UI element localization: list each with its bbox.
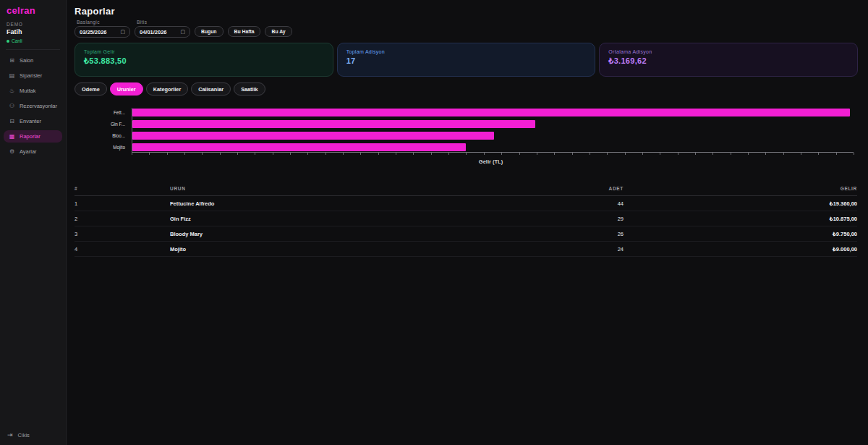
axis-tick xyxy=(167,153,168,155)
col-gelir: GELIR xyxy=(624,186,857,191)
cell-rank: 1 xyxy=(75,200,170,207)
products-table: # URUN ADET GELIR 1Fettucine Alfredo44₺1… xyxy=(75,182,857,257)
axis-tick xyxy=(378,153,379,155)
this-month-button[interactable]: Bu Ay xyxy=(265,26,292,37)
this-week-button[interactable]: Bu Hafta xyxy=(228,26,261,37)
axis-tick xyxy=(836,153,837,155)
logout-label: Cikis xyxy=(18,432,30,438)
axis-tick xyxy=(748,153,749,155)
axis-tick xyxy=(448,153,449,155)
sidebar-nav: ⊞Salon▤Siparisler♨Mutfak⚇Rezervasyonlar⊟… xyxy=(0,54,66,158)
cell-rank: 2 xyxy=(75,216,170,222)
sidebar-item-ayarlar[interactable]: ⚙Ayarlar xyxy=(4,145,62,158)
table-row: 4Mojito24₺9.000,00 xyxy=(75,242,857,257)
env-badge: DEMO xyxy=(7,22,59,27)
end-date-label: Bitis xyxy=(135,20,190,25)
axis-tick xyxy=(202,153,203,155)
sidebar-item-label: Raporlar xyxy=(20,133,41,140)
table-row: 3Bloody Mary26₺9.750,00 xyxy=(75,226,857,242)
sidebar-item-raporlar[interactable]: ▦Raporlar xyxy=(4,130,62,143)
axis-tick xyxy=(501,153,502,155)
start-date-group: Baslangic 03/25/2026 ▢ xyxy=(75,20,130,38)
tab-saatlik[interactable]: Saatlik xyxy=(234,82,265,96)
chart-bar-bloody-mary xyxy=(132,132,494,140)
axis-tick xyxy=(255,153,255,155)
axis-tick xyxy=(326,153,326,155)
sidebar-item-rezervasyonlar[interactable]: ⚇Rezervasyonlar xyxy=(4,100,62,112)
today-button[interactable]: Bugun xyxy=(195,26,224,37)
cell-adet: 26 xyxy=(580,231,624,237)
stat-card-green: Toplam Gelir₺53.883,50 xyxy=(75,43,333,77)
chart-icon: ▦ xyxy=(9,133,15,140)
cell-urun: Gin Fizz xyxy=(170,216,580,222)
axis-tick xyxy=(783,153,784,155)
inventory-box-icon: ⊟ xyxy=(9,118,15,124)
axis-tick xyxy=(290,153,291,155)
chart-x-axis-title: Gelir (TL) xyxy=(132,158,850,165)
axis-tick xyxy=(660,153,660,155)
col-adet: ADET xyxy=(580,186,624,191)
axis-tick xyxy=(273,153,273,155)
sidebar-item-label: Mutfak xyxy=(20,88,36,94)
end-date-input[interactable]: 04/01/2026 ▢ xyxy=(135,26,190,38)
cell-adet: 44 xyxy=(580,200,624,207)
sidebar-item-mutfak[interactable]: ♨Mutfak xyxy=(4,85,62,97)
axis-tick xyxy=(413,153,414,155)
start-date-input[interactable]: 03/25/2026 ▢ xyxy=(75,26,130,38)
stat-label: Ortalama Adisyon xyxy=(608,49,848,54)
tab-odeme[interactable]: Odeme xyxy=(75,82,107,96)
axis-tick xyxy=(818,153,819,155)
axis-tick xyxy=(360,153,361,155)
tab-kategoriler[interactable]: Kategoriler xyxy=(146,82,189,96)
axis-tick xyxy=(590,153,590,155)
logout-button[interactable]: ⇥ Cikis xyxy=(7,431,30,438)
grid-icon: ⊞ xyxy=(9,57,15,64)
axis-tick xyxy=(801,153,801,155)
table-header: # URUN ADET GELIR xyxy=(75,182,857,196)
axis-tick xyxy=(484,153,485,155)
sidebar-item-salon[interactable]: ⊞Salon xyxy=(4,54,62,67)
tab-calisanlar[interactable]: Calisanlar xyxy=(191,82,231,96)
cell-urun: Fettucine Alfredo xyxy=(170,200,580,207)
bar-chart xyxy=(132,108,850,152)
axis-tick xyxy=(554,153,555,155)
app-screen: celran DEMO Fatih Canli ⊞Salon▤Siparisle… xyxy=(0,0,868,445)
sidebar-item-envanter[interactable]: ⊟Envanter xyxy=(4,115,62,127)
live-dot-icon xyxy=(7,40,9,43)
calendar-icon[interactable]: ▢ xyxy=(120,29,125,35)
live-status-label: Canli xyxy=(12,38,22,43)
cell-gelir: ₺9.750,00 xyxy=(624,231,857,237)
table-body: 1Fettucine Alfredo44₺19.360,002Gin Fizz2… xyxy=(75,196,857,257)
axis-tick xyxy=(466,153,467,155)
sidebar-divider xyxy=(6,49,60,50)
sidebar-item-label: Salon xyxy=(20,57,33,64)
col-urun: URUN xyxy=(170,186,580,191)
stat-value: ₺53.883,50 xyxy=(84,56,324,66)
chart-bar-gin-fizz xyxy=(132,120,535,128)
cell-adet: 29 xyxy=(580,216,624,222)
axis-tick xyxy=(854,153,854,155)
axis-tick xyxy=(431,153,432,155)
logout-icon: ⇥ xyxy=(7,431,13,438)
sidebar-item-label: Envanter xyxy=(20,118,41,124)
cell-gelir: ₺9.000,00 xyxy=(624,246,857,253)
axis-tick xyxy=(184,153,185,155)
end-date-value: 04/01/2026 xyxy=(140,29,167,35)
calendar-icon[interactable]: ▢ xyxy=(180,29,185,35)
stat-card-blue: Toplam Adisyon17 xyxy=(337,43,596,77)
start-date-value: 03/25/2026 xyxy=(80,29,107,35)
axis-tick xyxy=(625,153,626,155)
sidebar-item-siparisler[interactable]: ▤Siparisler xyxy=(4,69,62,82)
start-date-label: Baslangic xyxy=(75,20,130,25)
tab-urunler[interactable]: Urunler xyxy=(110,82,143,96)
chart-bar-fettucine-alfredo xyxy=(132,109,850,116)
chart-category-label: Fett... xyxy=(100,109,129,116)
end-date-group: Bitis 04/01/2026 ▢ xyxy=(135,20,190,38)
receipt-icon: ▤ xyxy=(9,72,15,79)
axis-tick xyxy=(519,153,520,155)
axis-tick xyxy=(396,153,396,155)
axis-tick xyxy=(132,153,132,155)
axis-tick xyxy=(678,153,678,155)
chart-category-label: Mojito xyxy=(100,143,129,151)
page-title: Raporlar xyxy=(75,6,115,17)
